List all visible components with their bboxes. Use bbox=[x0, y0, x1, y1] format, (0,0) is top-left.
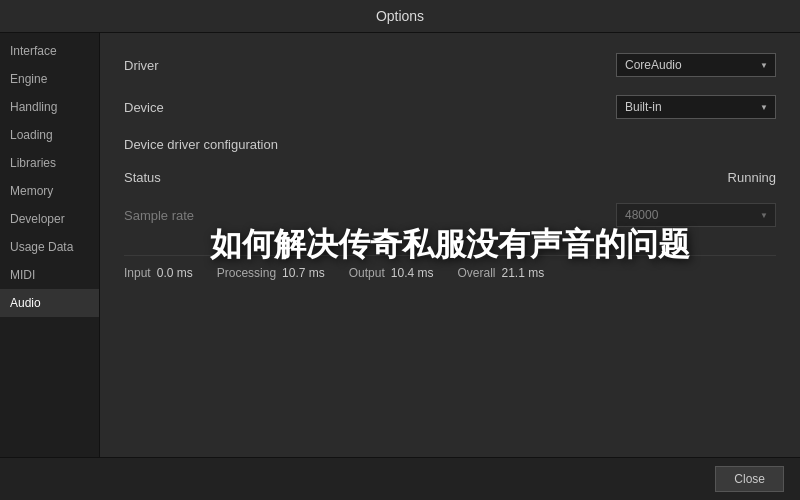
sidebar-item-memory[interactable]: Memory bbox=[0, 177, 99, 205]
sidebar-item-audio[interactable]: Audio bbox=[0, 289, 99, 317]
metric-output-label: Output bbox=[349, 266, 385, 280]
driver-dropdown-wrapper: CoreAudio ASIO DirectSound bbox=[616, 53, 776, 77]
metric-processing: Processing 10.7 ms bbox=[217, 266, 325, 280]
device-row: Device Built-in External bbox=[124, 95, 776, 119]
title-bar: Options bbox=[0, 0, 800, 33]
sidebar-item-engine[interactable]: Engine bbox=[0, 65, 99, 93]
device-label: Device bbox=[124, 100, 324, 115]
metric-output-value: 10.4 ms bbox=[391, 266, 434, 280]
status-value: Running bbox=[728, 170, 776, 185]
content-area: Driver CoreAudio ASIO DirectSound Device… bbox=[100, 33, 800, 457]
metric-input-label: Input bbox=[124, 266, 151, 280]
sidebar-item-developer[interactable]: Developer bbox=[0, 205, 99, 233]
footer: Close bbox=[0, 457, 800, 500]
driver-row: Driver CoreAudio ASIO DirectSound bbox=[124, 53, 776, 77]
sidebar-item-interface[interactable]: Interface bbox=[0, 37, 99, 65]
sidebar-item-libraries[interactable]: Libraries bbox=[0, 149, 99, 177]
sample-rate-label: Sample rate bbox=[124, 208, 324, 223]
metric-processing-label: Processing bbox=[217, 266, 276, 280]
sidebar-item-midi[interactable]: MIDI bbox=[0, 261, 99, 289]
main-container: Interface Engine Handling Loading Librar… bbox=[0, 33, 800, 457]
overlay-text: 如何解决传奇私服没有声音的问题 bbox=[210, 223, 690, 267]
driver-dropdown[interactable]: CoreAudio ASIO DirectSound bbox=[616, 53, 776, 77]
status-row: Status Running bbox=[124, 170, 776, 185]
metric-overall-value: 21.1 ms bbox=[502, 266, 545, 280]
status-label: Status bbox=[124, 170, 324, 185]
device-driver-config-label: Device driver configuration bbox=[124, 137, 324, 152]
sidebar: Interface Engine Handling Loading Librar… bbox=[0, 33, 100, 457]
title: Options bbox=[376, 8, 424, 24]
sidebar-item-loading[interactable]: Loading bbox=[0, 121, 99, 149]
metric-overall-label: Overall bbox=[458, 266, 496, 280]
metric-input-value: 0.0 ms bbox=[157, 266, 193, 280]
device-control: Built-in External bbox=[324, 95, 776, 119]
metric-processing-value: 10.7 ms bbox=[282, 266, 325, 280]
sidebar-item-handling[interactable]: Handling bbox=[0, 93, 99, 121]
device-dropdown-wrapper: Built-in External bbox=[616, 95, 776, 119]
metric-overall: Overall 21.1 ms bbox=[458, 266, 545, 280]
sidebar-item-usage-data[interactable]: Usage Data bbox=[0, 233, 99, 261]
driver-label: Driver bbox=[124, 58, 324, 73]
close-button[interactable]: Close bbox=[715, 466, 784, 492]
metric-output: Output 10.4 ms bbox=[349, 266, 434, 280]
device-dropdown[interactable]: Built-in External bbox=[616, 95, 776, 119]
metric-input: Input 0.0 ms bbox=[124, 266, 193, 280]
device-driver-config-row: Device driver configuration bbox=[124, 137, 776, 152]
driver-control: CoreAudio ASIO DirectSound bbox=[324, 53, 776, 77]
